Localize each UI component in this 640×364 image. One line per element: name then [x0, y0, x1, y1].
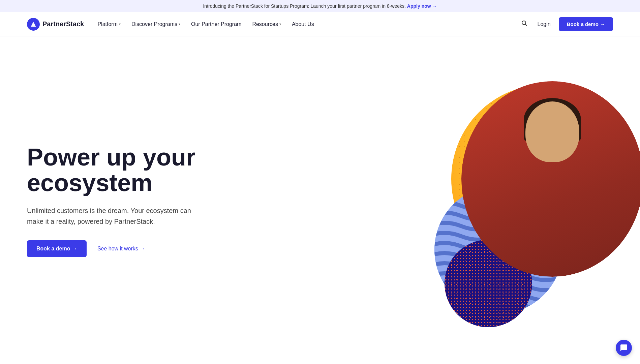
- nav-right: Login Book a demo →: [520, 17, 613, 31]
- chat-icon: [620, 344, 628, 352]
- announcement-cta[interactable]: Apply now →: [407, 3, 437, 9]
- nav-item-discover-programs[interactable]: Discover Programs ▾: [131, 21, 180, 27]
- announcement-bar: Introducing the PartnerStack for Startup…: [0, 0, 640, 12]
- nav-item-resources[interactable]: Resources ▾: [252, 21, 281, 27]
- logo-icon: [27, 18, 40, 31]
- hero-visual: [424, 74, 640, 327]
- hero-content: Power up your ecosystem Unlimited custom…: [27, 145, 202, 257]
- platform-chevron-icon: ▾: [119, 22, 121, 26]
- login-button[interactable]: Login: [537, 21, 550, 27]
- chat-button[interactable]: [616, 340, 632, 356]
- search-icon: [521, 20, 528, 27]
- person-head: [525, 101, 579, 162]
- announcement-text: Introducing the PartnerStack for Startup…: [203, 3, 406, 9]
- nav-item-about[interactable]: About Us: [292, 21, 314, 27]
- hero-title: Power up your ecosystem: [27, 145, 202, 195]
- hero-subtitle: Unlimited customers is the dream. Your e…: [27, 205, 202, 227]
- logo-text: PartnerStack: [42, 20, 84, 28]
- svg-point-1: [32, 23, 35, 27]
- resources-chevron-icon: ▾: [279, 22, 281, 26]
- person-image: [461, 81, 640, 277]
- nav-book-demo-button[interactable]: Book a demo →: [559, 17, 613, 31]
- search-button[interactable]: [520, 19, 529, 30]
- nav-links: Platform ▾ Discover Programs ▾ Our Partn…: [97, 21, 520, 27]
- navbar: PartnerStack Platform ▾ Discover Program…: [0, 12, 640, 36]
- nav-item-platform[interactable]: Platform ▾: [97, 21, 121, 27]
- hero-section: Power up your ecosystem Unlimited custom…: [0, 36, 640, 364]
- svg-line-3: [525, 24, 527, 26]
- hero-book-demo-button[interactable]: Book a demo →: [27, 240, 87, 257]
- hero-secondary-link[interactable]: See how it works →: [97, 246, 145, 252]
- logo[interactable]: PartnerStack: [27, 18, 84, 31]
- nav-item-partner-program[interactable]: Our Partner Program: [191, 21, 241, 27]
- discover-chevron-icon: ▾: [179, 22, 180, 26]
- hero-actions: Book a demo → See how it works →: [27, 240, 202, 257]
